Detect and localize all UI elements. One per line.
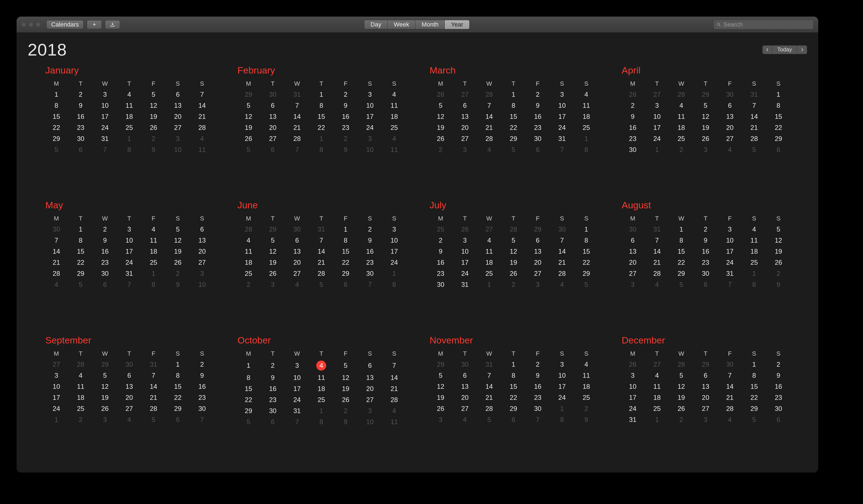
day-cell[interactable]: 11 xyxy=(309,372,334,383)
day-cell[interactable]: 2 xyxy=(669,144,693,155)
day-cell[interactable]: 7 xyxy=(382,359,407,372)
day-cell[interactable]: 1 xyxy=(236,359,261,372)
day-cell[interactable]: 23 xyxy=(261,394,285,405)
day-cell[interactable]: 3 xyxy=(621,370,645,381)
day-cell[interactable]: 11 xyxy=(382,100,407,111)
day-cell[interactable]: 3 xyxy=(717,224,742,235)
day-cell[interactable]: 3 xyxy=(44,370,68,381)
day-cell[interactable]: 29 xyxy=(333,268,358,279)
day-cell[interactable]: 18 xyxy=(742,246,766,257)
day-cell[interactable]: 11 xyxy=(574,100,599,111)
day-cell[interactable]: 6 xyxy=(693,370,718,381)
day-cell[interactable]: 21 xyxy=(382,383,407,394)
day-cell[interactable]: 4 xyxy=(190,133,214,144)
day-cell[interactable]: 7 xyxy=(477,370,501,381)
day-cell[interactable]: 5 xyxy=(669,370,693,381)
day-cell[interactable]: 12 xyxy=(766,235,791,246)
day-cell[interactable]: 6 xyxy=(93,279,117,290)
day-cell[interactable]: 14 xyxy=(717,381,742,392)
day-cell[interactable]: 2 xyxy=(428,235,453,246)
day-cell[interactable]: 20 xyxy=(358,383,382,394)
month-january[interactable]: JanuaryMTWTFSS12345678910111213141516171… xyxy=(44,65,214,191)
day-cell[interactable]: 28 xyxy=(501,224,526,235)
day-cell[interactable]: 7 xyxy=(190,414,214,425)
day-cell[interactable]: 12 xyxy=(693,111,718,122)
day-cell[interactable]: 31 xyxy=(717,268,742,279)
day-cell[interactable]: 13 xyxy=(717,111,742,122)
day-cell[interactable]: 26 xyxy=(261,268,285,279)
day-cell[interactable]: 7 xyxy=(645,235,669,246)
day-cell[interactable]: 19 xyxy=(93,392,117,403)
day-cell[interactable]: 26 xyxy=(93,403,117,414)
day-cell[interactable]: 5 xyxy=(477,414,501,425)
day-cell[interactable]: 20 xyxy=(117,392,141,403)
day-cell[interactable]: 30 xyxy=(621,144,645,155)
day-cell[interactable]: 28 xyxy=(669,89,693,100)
day-cell[interactable]: 7 xyxy=(525,414,550,425)
day-cell[interactable]: 5 xyxy=(501,235,526,246)
day-cell[interactable]: 6 xyxy=(717,100,742,111)
day-cell[interactable]: 5 xyxy=(766,224,791,235)
day-cell[interactable]: 30 xyxy=(766,403,791,414)
day-cell[interactable]: 27 xyxy=(453,133,477,144)
day-cell[interactable]: 29 xyxy=(501,403,526,414)
day-cell[interactable]: 7 xyxy=(717,370,742,381)
day-cell[interactable]: 16 xyxy=(190,381,214,392)
day-cell[interactable]: 19 xyxy=(236,122,261,133)
day-cell[interactable]: 5 xyxy=(742,414,766,425)
day-cell[interactable]: 31 xyxy=(93,133,117,144)
day-cell[interactable]: 4 xyxy=(645,370,669,381)
day-cell[interactable]: 16 xyxy=(68,111,93,122)
day-cell[interactable]: 20 xyxy=(165,111,190,122)
day-cell[interactable]: 9 xyxy=(333,416,358,427)
day-cell[interactable]: 21 xyxy=(141,392,165,403)
day-cell[interactable]: 26 xyxy=(428,89,453,100)
day-cell[interactable]: 16 xyxy=(525,111,550,122)
day-cell[interactable]: 15 xyxy=(68,246,93,257)
day-cell[interactable]: 30 xyxy=(717,359,742,370)
day-cell[interactable]: 27 xyxy=(453,89,477,100)
day-cell[interactable]: 11 xyxy=(236,246,261,257)
day-cell[interactable]: 9 xyxy=(693,235,718,246)
day-cell[interactable]: 17 xyxy=(117,246,141,257)
day-cell[interactable]: 29 xyxy=(525,224,550,235)
day-cell[interactable]: 9 xyxy=(141,144,165,155)
day-cell[interactable]: 7 xyxy=(742,100,766,111)
day-cell[interactable]: 14 xyxy=(190,100,214,111)
day-cell[interactable]: 28 xyxy=(477,403,501,414)
day-cell[interactable]: 1 xyxy=(68,224,93,235)
day-cell[interactable]: 3 xyxy=(453,144,477,155)
day-cell[interactable]: 13 xyxy=(190,235,214,246)
day-cell[interactable]: 22 xyxy=(333,257,358,268)
day-cell[interactable]: 17 xyxy=(382,246,407,257)
day-cell[interactable]: 2 xyxy=(333,133,358,144)
day-cell[interactable]: 2 xyxy=(93,224,117,235)
day-cell[interactable]: 7 xyxy=(44,235,68,246)
day-cell[interactable]: 10 xyxy=(550,100,574,111)
day-cell[interactable]: 24 xyxy=(44,403,68,414)
day-cell[interactable]: 8 xyxy=(309,416,334,427)
day-cell[interactable]: 16 xyxy=(766,381,791,392)
day-cell[interactable]: 7 xyxy=(190,89,214,100)
day-cell[interactable]: 5 xyxy=(333,359,358,372)
day-cell[interactable]: 4 xyxy=(717,144,742,155)
day-cell[interactable]: 9 xyxy=(261,372,285,383)
day-cell[interactable]: 24 xyxy=(621,403,645,414)
day-cell[interactable]: 11 xyxy=(742,235,766,246)
day-cell[interactable]: 31 xyxy=(477,359,501,370)
day-cell[interactable]: 8 xyxy=(68,235,93,246)
day-cell[interactable]: 3 xyxy=(525,279,550,290)
day-cell[interactable]: 31 xyxy=(742,89,766,100)
day-cell[interactable]: 5 xyxy=(68,279,93,290)
day-cell[interactable]: 26 xyxy=(621,359,645,370)
day-cell[interactable]: 31 xyxy=(621,414,645,425)
day-cell[interactable]: 8 xyxy=(501,370,526,381)
day-cell[interactable]: 21 xyxy=(717,392,742,403)
day-cell[interactable]: 10 xyxy=(382,235,407,246)
day-cell[interactable]: 16 xyxy=(621,122,645,133)
day-cell[interactable]: 10 xyxy=(358,416,382,427)
day-cell[interactable]: 5 xyxy=(236,416,261,427)
day-cell[interactable]: 27 xyxy=(477,224,501,235)
day-cell[interactable]: 25 xyxy=(309,394,334,405)
day-cell[interactable]: 11 xyxy=(477,246,501,257)
